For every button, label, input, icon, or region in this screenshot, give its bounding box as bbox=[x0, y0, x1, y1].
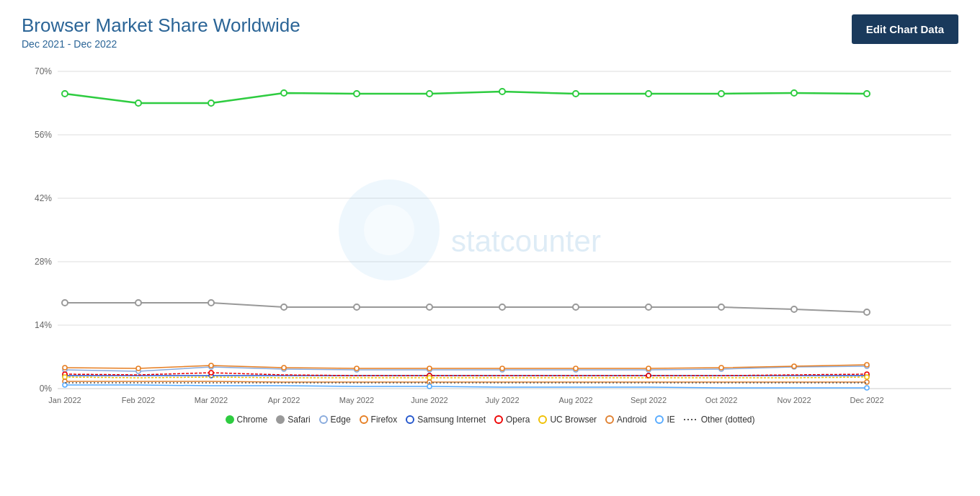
chart-header: Browser Market Share Worldwide Dec 2021 … bbox=[22, 14, 958, 50]
svg-point-39 bbox=[62, 300, 68, 306]
svg-point-87 bbox=[865, 375, 869, 379]
svg-text:Sept 2022: Sept 2022 bbox=[631, 396, 667, 404]
svg-point-66 bbox=[282, 366, 286, 370]
svg-point-69 bbox=[500, 366, 504, 371]
chart-legend: Chrome Safari Edge Firefox Samsung Inter… bbox=[22, 415, 958, 425]
legend-label-ie: IE bbox=[667, 415, 674, 425]
chart-title: Browser Market Share Worldwide bbox=[22, 14, 300, 37]
svg-point-34 bbox=[573, 91, 579, 97]
svg-point-46 bbox=[573, 304, 579, 310]
chart-area: 70% 56% 42% 28% 14% 0% Jan 2022 Feb 2022… bbox=[22, 57, 958, 446]
legend-label-samsung: Samsung Internet bbox=[417, 415, 486, 425]
svg-point-33 bbox=[499, 89, 505, 94]
svg-text:Aug 2022: Aug 2022 bbox=[558, 396, 592, 404]
svg-point-64 bbox=[136, 366, 141, 371]
svg-text:Nov 2022: Nov 2022 bbox=[777, 396, 811, 404]
svg-point-68 bbox=[427, 366, 432, 371]
legend-dot-safari bbox=[276, 415, 285, 424]
svg-point-36 bbox=[718, 91, 724, 97]
svg-text:July 2022: July 2022 bbox=[485, 396, 519, 404]
legend-line-other bbox=[684, 415, 698, 424]
svg-point-74 bbox=[865, 363, 869, 367]
svg-point-67 bbox=[355, 366, 359, 371]
legend-dot-edge bbox=[319, 415, 328, 424]
legend-item-samsung: Samsung Internet bbox=[406, 415, 486, 425]
svg-point-89 bbox=[427, 380, 432, 384]
legend-dot-chrome bbox=[226, 415, 234, 424]
legend-dot-android bbox=[605, 415, 614, 424]
svg-point-72 bbox=[719, 366, 723, 370]
legend-dot-ie bbox=[655, 415, 664, 424]
legend-label-ucbrowser: UC Browser bbox=[550, 415, 597, 425]
svg-text:28%: 28% bbox=[35, 257, 52, 267]
svg-text:0%: 0% bbox=[40, 384, 53, 394]
legend-label-android: Android bbox=[617, 415, 646, 425]
title-block: Browser Market Share Worldwide Dec 2021 … bbox=[22, 14, 300, 50]
legend-item-other: Other (dotted) bbox=[684, 415, 755, 425]
legend-item-opera: Opera bbox=[494, 415, 530, 425]
legend-label-chrome: Chrome bbox=[237, 415, 268, 425]
svg-point-41 bbox=[208, 300, 214, 306]
svg-point-49 bbox=[791, 306, 797, 312]
svg-point-63 bbox=[63, 366, 67, 370]
svg-point-29 bbox=[208, 100, 214, 106]
page-container: Browser Market Share Worldwide Dec 2021 … bbox=[0, 0, 980, 496]
legend-dot-ucbrowser bbox=[538, 415, 547, 424]
chart-subtitle: Dec 2021 - Dec 2022 bbox=[22, 38, 300, 50]
svg-text:70%: 70% bbox=[35, 66, 52, 76]
svg-point-93 bbox=[865, 386, 869, 390]
chart-svg: 70% 56% 42% 28% 14% 0% Jan 2022 Feb 2022… bbox=[22, 57, 958, 410]
svg-text:Dec 2022: Dec 2022 bbox=[850, 396, 883, 404]
svg-point-26 bbox=[364, 205, 414, 255]
legend-dot-opera bbox=[494, 415, 503, 424]
legend-label-edge: Edge bbox=[331, 415, 351, 425]
svg-point-38 bbox=[864, 91, 870, 97]
svg-point-43 bbox=[354, 304, 360, 310]
svg-point-37 bbox=[791, 90, 797, 96]
legend-dot-firefox bbox=[360, 415, 368, 424]
svg-point-44 bbox=[427, 304, 432, 310]
svg-point-85 bbox=[63, 375, 67, 379]
svg-text:Feb 2022: Feb 2022 bbox=[122, 396, 155, 404]
legend-item-ucbrowser: UC Browser bbox=[538, 415, 597, 425]
svg-point-45 bbox=[499, 304, 505, 310]
svg-text:56%: 56% bbox=[35, 130, 52, 140]
legend-label-safari: Safari bbox=[288, 415, 310, 425]
svg-point-50 bbox=[864, 309, 870, 315]
svg-text:statcounter: statcounter bbox=[451, 224, 601, 258]
svg-point-30 bbox=[281, 90, 287, 96]
legend-label-firefox: Firefox bbox=[371, 415, 398, 425]
svg-point-70 bbox=[574, 366, 578, 371]
legend-dot-samsung bbox=[406, 415, 414, 424]
svg-text:Oct 2022: Oct 2022 bbox=[705, 396, 738, 404]
svg-text:June 2022: June 2022 bbox=[411, 396, 447, 404]
legend-item-edge: Edge bbox=[319, 415, 351, 425]
svg-point-81 bbox=[209, 371, 213, 375]
svg-text:Jan 2022: Jan 2022 bbox=[48, 396, 81, 404]
svg-point-40 bbox=[135, 300, 141, 306]
svg-text:Mar 2022: Mar 2022 bbox=[195, 396, 228, 404]
svg-point-35 bbox=[646, 91, 651, 97]
svg-point-73 bbox=[792, 364, 796, 368]
legend-label-other: Other (dotted) bbox=[701, 415, 755, 425]
legend-item-firefox: Firefox bbox=[360, 415, 398, 425]
svg-point-42 bbox=[281, 304, 287, 310]
legend-item-ie: IE bbox=[655, 415, 674, 425]
svg-point-86 bbox=[427, 376, 432, 380]
legend-item-android: Android bbox=[605, 415, 646, 425]
svg-point-90 bbox=[865, 380, 869, 384]
legend-label-opera: Opera bbox=[506, 415, 530, 425]
svg-point-91 bbox=[63, 383, 67, 387]
edit-chart-button[interactable]: Edit Chart Data bbox=[852, 14, 958, 44]
svg-text:14%: 14% bbox=[35, 320, 52, 330]
svg-point-83 bbox=[646, 373, 651, 378]
svg-text:42%: 42% bbox=[35, 193, 52, 203]
svg-point-31 bbox=[354, 91, 360, 97]
svg-point-27 bbox=[62, 91, 68, 97]
legend-item-chrome: Chrome bbox=[226, 415, 268, 425]
svg-point-71 bbox=[646, 366, 651, 371]
svg-text:Apr 2022: Apr 2022 bbox=[268, 396, 300, 404]
svg-point-65 bbox=[209, 363, 213, 368]
svg-point-48 bbox=[718, 304, 724, 310]
svg-point-28 bbox=[135, 100, 141, 106]
